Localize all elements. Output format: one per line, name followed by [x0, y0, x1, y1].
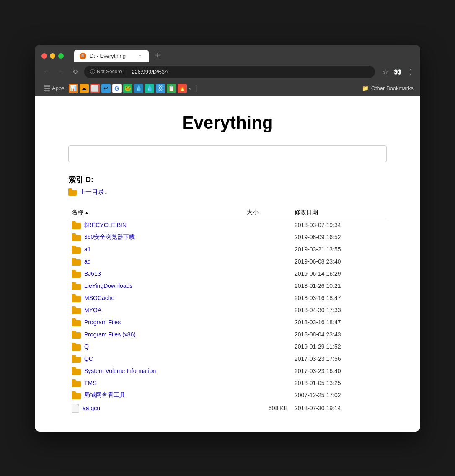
- file-link[interactable]: Program Files (x86): [72, 331, 240, 339]
- bookmark-google-icon[interactable]: G: [112, 84, 122, 93]
- table-row: System Volume Information2017-03-23 16:4…: [68, 365, 387, 377]
- file-name: MSOCache: [84, 295, 114, 301]
- refresh-button[interactable]: ↻: [70, 67, 80, 77]
- bookmark-link-icon[interactable]: ⬜: [90, 84, 100, 93]
- file-name: LieYingDownloads: [84, 282, 132, 289]
- file-link[interactable]: ad: [72, 258, 240, 266]
- search-input[interactable]: [68, 145, 387, 162]
- table-row: aa.qcu508 KB2018-07-30 19:14: [68, 401, 387, 415]
- info-icon: ⓘ: [90, 68, 95, 75]
- file-table: 名称▲ 大小 修改日期 $RECYCLE.BIN2018-03-07 19:34…: [68, 206, 387, 415]
- table-row: TMS2018-01-05 13:25: [68, 377, 387, 389]
- file-link[interactable]: 局域网查看工具: [72, 391, 240, 399]
- back-button[interactable]: ←: [41, 67, 52, 77]
- new-tab-button[interactable]: +: [152, 50, 163, 62]
- folder-icon: [72, 306, 81, 314]
- table-row: MSOCache2018-03-16 18:47: [68, 292, 387, 304]
- table-header-row: 名称▲ 大小 修改日期: [68, 206, 387, 219]
- file-size: [243, 316, 291, 329]
- active-tab[interactable]: 🔍 D: - Everything ×: [74, 50, 149, 62]
- index-label: 索引 D:: [68, 175, 387, 185]
- other-bookmarks[interactable]: 📁 Other Bookmarks: [362, 85, 414, 91]
- title-bar: 🔍 D: - Everything × +: [35, 45, 420, 62]
- file-link[interactable]: Q: [72, 343, 240, 351]
- sort-arrow: ▲: [85, 210, 89, 215]
- file-date: 2019-03-21 13:55: [291, 243, 387, 256]
- file-date: 2018-03-16 18:47: [291, 292, 387, 304]
- bookmark-flame-icon[interactable]: 🔥: [178, 84, 187, 93]
- file-name: ad: [84, 258, 91, 265]
- bookmark-circle-icon[interactable]: Ⓒ: [156, 84, 165, 93]
- file-link[interactable]: a1: [72, 246, 240, 254]
- folder-icon: [72, 343, 81, 351]
- file-size: [243, 365, 291, 377]
- file-date: 2018-03-07 19:34: [291, 219, 387, 231]
- page-title: Everything: [68, 113, 387, 133]
- file-link[interactable]: LieYingDownloads: [72, 282, 240, 290]
- bookmark-drop1-icon[interactable]: 💧: [134, 84, 143, 93]
- url-text: 226:999/D%3A: [132, 69, 369, 75]
- close-button[interactable]: [41, 53, 47, 59]
- file-name: $RECYCLE.BIN: [84, 222, 127, 228]
- file-link[interactable]: System Volume Information: [72, 367, 240, 375]
- table-row: Program Files (x86)2018-08-04 23:43: [68, 329, 387, 341]
- folder-icon: [72, 270, 81, 278]
- col-name-header[interactable]: 名称▲: [68, 206, 243, 219]
- bookmark-frog-icon[interactable]: 🐸: [123, 84, 132, 93]
- file-size: 508 KB: [243, 401, 291, 415]
- bookmark-star-icon[interactable]: ☆: [383, 68, 388, 76]
- file-date: 2018-07-30 19:14: [291, 401, 387, 415]
- tab-title: D: - Everything: [90, 53, 133, 59]
- col-date-header[interactable]: 修改日期: [291, 206, 387, 219]
- menu-icon[interactable]: ⋮: [407, 68, 414, 76]
- file-link[interactable]: Program Files: [72, 318, 240, 326]
- folder-icon: [72, 355, 81, 363]
- file-name: Program Files: [84, 319, 121, 326]
- bookmark-refresh-icon[interactable]: ↩: [101, 84, 111, 93]
- col-size-header[interactable]: 大小: [243, 206, 291, 219]
- table-row: Program Files2018-03-16 18:47: [68, 316, 387, 329]
- minimize-button[interactable]: [50, 53, 55, 59]
- file-size: [243, 231, 291, 243]
- file-name: Q: [84, 343, 89, 350]
- file-date: 2007-12-25 17:02: [291, 389, 387, 401]
- file-link[interactable]: BJ613: [72, 270, 240, 278]
- parent-directory-link[interactable]: 上一目录..: [68, 188, 387, 196]
- file-link[interactable]: MSOCache: [72, 294, 240, 302]
- folder-icon: [72, 294, 81, 302]
- parent-folder-icon: [68, 188, 77, 196]
- file-date: 2019-06-14 16:29: [291, 268, 387, 280]
- bookmarks-overflow-button[interactable]: »: [189, 85, 191, 91]
- tabs-row: 🔍 D: - Everything × +: [74, 50, 163, 62]
- file-name: BJ613: [84, 270, 101, 277]
- file-size: [243, 389, 291, 401]
- file-link[interactable]: 360安全浏览器下载: [72, 233, 240, 241]
- file-name: 360安全浏览器下载: [84, 233, 135, 241]
- file-name: QC: [84, 355, 93, 362]
- bookmark-sheets-icon[interactable]: 📋: [167, 84, 176, 93]
- extension-icon[interactable]: 👀: [393, 68, 402, 76]
- file-link[interactable]: TMS: [72, 379, 240, 387]
- bookmark-cloud-icon[interactable]: ☁: [80, 84, 89, 93]
- file-link[interactable]: QC: [72, 355, 240, 363]
- file-date: 2018-04-30 17:33: [291, 304, 387, 316]
- apps-bookmark[interactable]: Apps: [41, 84, 67, 92]
- file-name: System Volume Information: [84, 367, 156, 374]
- file-name: aa.qcu: [83, 405, 100, 411]
- file-link[interactable]: MYOA: [72, 306, 240, 314]
- bookmark-bar-icon[interactable]: 📊: [69, 84, 78, 93]
- file-name: TMS: [84, 380, 97, 386]
- maximize-button[interactable]: [58, 53, 64, 59]
- traffic-lights: [41, 53, 64, 59]
- file-link[interactable]: $RECYCLE.BIN: [72, 221, 240, 229]
- tab-close-button[interactable]: ×: [137, 53, 143, 60]
- bookmark-drop2-icon[interactable]: 💧: [145, 84, 154, 93]
- forward-button[interactable]: →: [56, 67, 66, 77]
- address-field[interactable]: ⓘ Not Secure | 226:999/D%3A: [84, 66, 375, 78]
- folder-icon: [72, 282, 81, 290]
- file-link[interactable]: aa.qcu: [72, 404, 240, 413]
- file-size: [243, 256, 291, 268]
- file-date: 2019-06-09 16:52: [291, 231, 387, 243]
- folder-icon: 📁: [362, 85, 369, 91]
- bookmarks-bar: Apps 📊 ☁ ⬜ ↩ G 🐸 💧 💧 Ⓒ 📋 🔥 » | 📁 Other B…: [35, 81, 420, 96]
